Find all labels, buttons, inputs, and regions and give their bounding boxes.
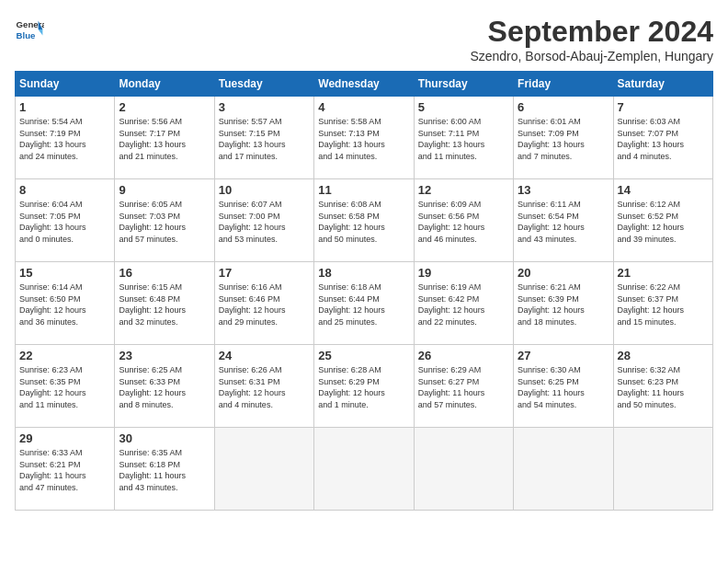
weekday-header-saturday: Saturday [613,72,712,97]
calendar-cell [214,428,313,511]
calendar-cell: 7Sunrise: 6:03 AM Sunset: 7:07 PM Daylig… [613,97,712,179]
calendar-cell: 13Sunrise: 6:11 AM Sunset: 6:54 PM Dayli… [514,179,613,262]
weekday-header-wednesday: Wednesday [314,72,414,97]
calendar-cell: 2Sunrise: 5:56 AM Sunset: 7:17 PM Daylig… [115,97,214,179]
day-info: Sunrise: 6:22 AM Sunset: 6:37 PM Dayligh… [618,282,709,327]
day-info: Sunrise: 6:26 AM Sunset: 6:31 PM Dayligh… [219,364,310,410]
day-info: Sunrise: 6:29 AM Sunset: 6:27 PM Dayligh… [418,364,509,410]
weekday-header-friday: Friday [514,72,613,97]
header: General Blue September 2024 Szendro, Bor… [15,15,713,63]
calendar-cell: 17Sunrise: 6:16 AM Sunset: 6:46 PM Dayli… [214,262,313,345]
calendar-cell: 6Sunrise: 6:01 AM Sunset: 7:09 PM Daylig… [514,97,613,179]
day-number: 1 [19,100,110,114]
day-number: 6 [518,100,609,114]
day-info: Sunrise: 5:54 AM Sunset: 7:19 PM Dayligh… [19,116,110,162]
calendar-cell: 23Sunrise: 6:25 AM Sunset: 6:33 PM Dayli… [115,345,214,428]
day-number: 14 [618,183,709,197]
day-number: 30 [119,431,210,445]
day-info: Sunrise: 6:21 AM Sunset: 6:39 PM Dayligh… [518,282,609,327]
calendar-cell: 22Sunrise: 6:23 AM Sunset: 6:35 PM Dayli… [16,345,115,428]
calendar-cell [414,428,513,511]
calendar-table: SundayMondayTuesdayWednesdayThursdayFrid… [15,71,713,511]
day-number: 3 [219,100,310,114]
day-info: Sunrise: 6:05 AM Sunset: 7:03 PM Dayligh… [119,199,210,245]
day-number: 26 [418,349,509,362]
calendar-cell: 4Sunrise: 5:58 AM Sunset: 7:13 PM Daylig… [314,97,414,179]
day-number: 8 [19,183,110,197]
day-info: Sunrise: 6:08 AM Sunset: 6:58 PM Dayligh… [318,199,409,245]
weekday-header-monday: Monday [115,72,214,97]
calendar-cell: 9Sunrise: 6:05 AM Sunset: 7:03 PM Daylig… [115,179,214,262]
day-number: 27 [518,349,609,362]
day-info: Sunrise: 6:01 AM Sunset: 7:09 PM Dayligh… [518,116,609,162]
calendar-cell: 25Sunrise: 6:28 AM Sunset: 6:29 PM Dayli… [314,345,414,428]
day-info: Sunrise: 5:56 AM Sunset: 7:17 PM Dayligh… [119,116,210,162]
calendar-cell: 27Sunrise: 6:30 AM Sunset: 6:25 PM Dayli… [514,345,613,428]
day-info: Sunrise: 6:04 AM Sunset: 7:05 PM Dayligh… [19,199,110,245]
location-title: Szendro, Borsod-Abauj-Zemplen, Hungary [470,49,713,63]
day-info: Sunrise: 6:35 AM Sunset: 6:18 PM Dayligh… [119,447,210,493]
calendar-cell [314,428,414,511]
day-number: 12 [418,183,509,197]
day-number: 20 [518,266,609,280]
weekday-header-thursday: Thursday [414,72,513,97]
day-number: 15 [19,266,110,280]
month-title: September 2024 [470,15,713,49]
day-number: 21 [618,266,709,280]
day-info: Sunrise: 6:00 AM Sunset: 7:11 PM Dayligh… [418,116,509,162]
calendar-cell: 5Sunrise: 6:00 AM Sunset: 7:11 PM Daylig… [414,97,513,179]
day-number: 18 [318,266,409,280]
calendar-cell: 18Sunrise: 6:18 AM Sunset: 6:44 PM Dayli… [314,262,414,345]
calendar-cell: 21Sunrise: 6:22 AM Sunset: 6:37 PM Dayli… [613,262,712,345]
calendar-cell: 28Sunrise: 6:32 AM Sunset: 6:23 PM Dayli… [613,345,712,428]
svg-text:Blue: Blue [17,30,36,40]
day-number: 4 [318,100,409,114]
day-number: 16 [119,266,210,280]
day-info: Sunrise: 6:09 AM Sunset: 6:56 PM Dayligh… [418,199,509,245]
calendar-cell: 26Sunrise: 6:29 AM Sunset: 6:27 PM Dayli… [414,345,513,428]
day-info: Sunrise: 6:19 AM Sunset: 6:42 PM Dayligh… [418,282,509,327]
weekday-header-sunday: Sunday [16,72,115,97]
day-number: 10 [219,183,310,197]
calendar-cell: 1Sunrise: 5:54 AM Sunset: 7:19 PM Daylig… [16,97,115,179]
day-info: Sunrise: 6:33 AM Sunset: 6:21 PM Dayligh… [19,447,110,493]
calendar-cell: 8Sunrise: 6:04 AM Sunset: 7:05 PM Daylig… [16,179,115,262]
day-info: Sunrise: 5:57 AM Sunset: 7:15 PM Dayligh… [219,116,310,162]
calendar-cell: 30Sunrise: 6:35 AM Sunset: 6:18 PM Dayli… [115,428,214,511]
calendar-cell: 29Sunrise: 6:33 AM Sunset: 6:21 PM Dayli… [16,428,115,511]
day-number: 24 [219,349,310,362]
day-number: 25 [318,349,409,362]
calendar-cell [514,428,613,511]
day-info: Sunrise: 6:14 AM Sunset: 6:50 PM Dayligh… [19,282,110,327]
day-info: Sunrise: 6:03 AM Sunset: 7:07 PM Dayligh… [618,116,709,162]
day-number: 19 [418,266,509,280]
day-number: 2 [119,100,210,114]
day-number: 9 [119,183,210,197]
day-info: Sunrise: 6:16 AM Sunset: 6:46 PM Dayligh… [219,282,310,327]
day-info: Sunrise: 5:58 AM Sunset: 7:13 PM Dayligh… [318,116,409,162]
calendar-cell: 11Sunrise: 6:08 AM Sunset: 6:58 PM Dayli… [314,179,414,262]
day-info: Sunrise: 6:30 AM Sunset: 6:25 PM Dayligh… [518,364,609,410]
day-number: 17 [219,266,310,280]
weekday-header-tuesday: Tuesday [214,72,313,97]
title-area: September 2024 Szendro, Borsod-Abauj-Zem… [470,15,713,63]
day-number: 5 [418,100,509,114]
day-info: Sunrise: 6:25 AM Sunset: 6:33 PM Dayligh… [119,364,210,410]
calendar-cell: 19Sunrise: 6:19 AM Sunset: 6:42 PM Dayli… [414,262,513,345]
calendar-cell: 20Sunrise: 6:21 AM Sunset: 6:39 PM Dayli… [514,262,613,345]
day-number: 7 [618,100,709,114]
calendar-cell: 15Sunrise: 6:14 AM Sunset: 6:50 PM Dayli… [16,262,115,345]
calendar-cell: 24Sunrise: 6:26 AM Sunset: 6:31 PM Dayli… [214,345,313,428]
day-info: Sunrise: 6:12 AM Sunset: 6:52 PM Dayligh… [618,199,709,245]
day-number: 23 [119,349,210,362]
calendar-cell: 3Sunrise: 5:57 AM Sunset: 7:15 PM Daylig… [214,97,313,179]
calendar-cell: 12Sunrise: 6:09 AM Sunset: 6:56 PM Dayli… [414,179,513,262]
svg-marker-3 [39,29,43,35]
day-number: 11 [318,183,409,197]
calendar-cell: 10Sunrise: 6:07 AM Sunset: 7:00 PM Dayli… [214,179,313,262]
day-number: 29 [19,431,110,445]
day-number: 28 [618,349,709,362]
day-info: Sunrise: 6:11 AM Sunset: 6:54 PM Dayligh… [518,199,609,245]
day-info: Sunrise: 6:15 AM Sunset: 6:48 PM Dayligh… [119,282,210,327]
calendar-cell: 16Sunrise: 6:15 AM Sunset: 6:48 PM Dayli… [115,262,214,345]
